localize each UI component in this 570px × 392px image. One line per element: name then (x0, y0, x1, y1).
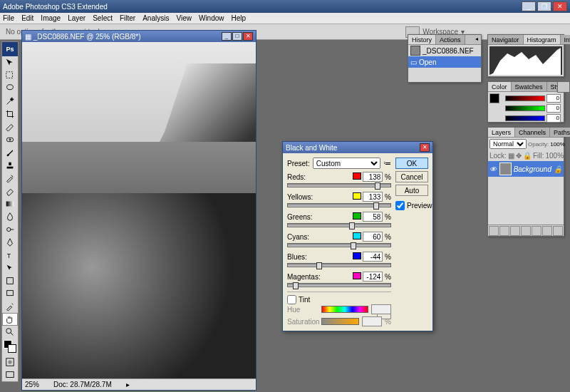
path-select-tool[interactable] (2, 262, 18, 274)
lasso-tool[interactable] (2, 82, 18, 95)
tab-paths[interactable]: Paths (550, 128, 570, 137)
quickmask-tool[interactable] (2, 356, 18, 368)
preset-menu-icon[interactable]: ≔ (383, 159, 391, 168)
ps-logo-icon[interactable]: Ps (2, 42, 18, 56)
adjustment-layer-icon[interactable] (521, 226, 531, 236)
document-titlebar[interactable]: ▦ _DSC0886.NEF @ 25% (RGB/8*) _ □ ✕ (22, 31, 256, 42)
history-brush-tool[interactable] (2, 172, 18, 185)
menu-edit[interactable]: Edit (21, 14, 33, 22)
lock-position-icon[interactable]: ✥ (516, 152, 522, 160)
channel-slider[interactable] (287, 243, 391, 247)
close-button[interactable]: ✕ (553, 1, 567, 11)
channel-slider[interactable] (287, 283, 391, 287)
notes-tool[interactable] (2, 287, 18, 300)
new-layer-icon[interactable] (542, 226, 552, 236)
menu-help[interactable]: Help (232, 14, 247, 22)
preview-checkbox[interactable] (395, 201, 405, 210)
panel-menu-icon[interactable]: ◂ (473, 36, 480, 43)
type-tool[interactable]: T (2, 249, 18, 262)
channel-slider[interactable] (287, 203, 391, 207)
channel-slider[interactable] (287, 223, 391, 227)
cancel-button[interactable]: Cancel (395, 171, 428, 182)
b-value[interactable]: 0 (546, 114, 561, 123)
screenmode-tool[interactable] (2, 368, 18, 381)
delete-layer-icon[interactable] (553, 226, 563, 236)
crop-tool[interactable] (2, 108, 18, 120)
r-value[interactable]: 0 (546, 94, 561, 103)
layer-group-icon[interactable] (532, 226, 542, 236)
dialog-titlebar[interactable]: Black and White ✕ (283, 142, 432, 153)
menu-window[interactable]: Window (199, 14, 224, 22)
maximize-button[interactable]: ❐ (537, 1, 551, 11)
ok-button[interactable]: OK (395, 158, 428, 169)
channel-value[interactable] (363, 272, 383, 282)
tab-layers[interactable]: Layers (488, 128, 515, 137)
dialog-close-button[interactable]: ✕ (420, 143, 430, 152)
g-value[interactable]: 0 (546, 104, 561, 113)
r-slider[interactable] (505, 96, 545, 101)
minimize-button[interactable]: _ (522, 1, 536, 11)
tab-actions[interactable]: Actions (436, 35, 465, 44)
doc-info[interactable]: Doc: 28.7M/28.7M (53, 381, 112, 388)
dodge-tool[interactable] (2, 223, 18, 236)
tint-checkbox[interactable] (287, 295, 296, 304)
menu-view[interactable]: View (176, 14, 192, 22)
blend-mode-select[interactable]: Normal (489, 139, 527, 149)
hand-tool[interactable] (2, 313, 18, 326)
pen-tool[interactable] (2, 236, 18, 249)
auto-button[interactable]: Auto (395, 185, 428, 196)
preset-select[interactable]: Custom (313, 158, 380, 169)
wand-tool[interactable] (2, 95, 18, 108)
tab-navigator[interactable]: Navigator (488, 35, 524, 44)
color-fg-swatch[interactable] (489, 93, 499, 103)
fill-value[interactable]: 100% (545, 152, 564, 160)
visibility-icon[interactable]: 👁 (489, 165, 497, 173)
history-step-open[interactable]: ▭Open (408, 56, 481, 68)
doc-close-button[interactable]: ✕ (243, 32, 253, 41)
gradient-tool[interactable] (2, 197, 18, 210)
status-arrow-icon[interactable]: ▸ (126, 381, 130, 388)
marquee-tool[interactable] (2, 69, 18, 82)
tab-info[interactable]: Info (561, 35, 570, 44)
channel-value[interactable] (363, 252, 383, 262)
lock-all-icon[interactable]: 🔒 (523, 152, 532, 160)
heal-tool[interactable] (2, 133, 18, 146)
doc-minimize-button[interactable]: _ (222, 32, 232, 41)
menu-layer[interactable]: Layer (68, 14, 86, 22)
sat-slider[interactable] (321, 318, 359, 325)
channel-slider[interactable] (287, 183, 391, 187)
tab-histogram[interactable]: Histogram (524, 35, 561, 44)
menu-file[interactable]: File (3, 14, 14, 22)
slice-tool[interactable] (2, 120, 18, 133)
channel-value[interactable] (363, 212, 383, 222)
layer-mask-icon[interactable] (510, 226, 520, 236)
channel-value[interactable] (363, 172, 383, 182)
move-tool[interactable] (2, 56, 18, 69)
link-layers-icon[interactable] (489, 226, 499, 236)
g-slider[interactable] (505, 105, 545, 111)
b-slider[interactable] (505, 115, 545, 121)
shape-tool[interactable] (2, 274, 18, 287)
channel-slider[interactable] (287, 263, 391, 267)
layer-fx-icon[interactable] (499, 226, 509, 236)
menu-filter[interactable]: Filter (120, 14, 135, 22)
tab-color[interactable]: Color (488, 82, 512, 91)
layer-thumbnail[interactable] (499, 163, 512, 175)
background-color[interactable] (8, 344, 16, 353)
zoom-level[interactable]: 25% (25, 381, 39, 388)
layer-background[interactable]: 👁 Background 🔒 (488, 161, 564, 177)
menu-analysis[interactable]: Analysis (142, 14, 169, 22)
brush-tool[interactable] (2, 146, 18, 159)
tab-swatches[interactable]: Swatches (512, 82, 547, 91)
hue-slider[interactable] (321, 306, 368, 313)
history-snapshot[interactable]: _DSC0886.NEF (408, 45, 481, 56)
opacity-value[interactable]: 100% (550, 141, 564, 148)
menu-select[interactable]: Select (93, 14, 113, 22)
doc-maximize-button[interactable]: □ (232, 32, 242, 41)
channel-value[interactable] (363, 192, 383, 202)
eraser-tool[interactable] (2, 185, 18, 197)
stamp-tool[interactable] (2, 159, 18, 172)
eyedropper-tool[interactable] (2, 300, 18, 313)
channel-value[interactable] (363, 232, 383, 242)
tab-channels[interactable]: Channels (515, 128, 550, 137)
